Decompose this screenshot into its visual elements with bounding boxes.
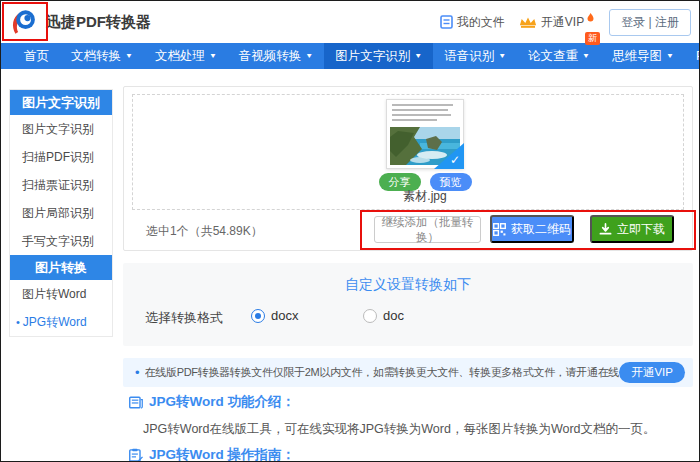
file-thumbnail[interactable]: ✓ xyxy=(386,99,464,169)
nav-item-home[interactable]: 首页 xyxy=(13,43,60,69)
selection-summary: 选中1个（共54.89K） xyxy=(146,223,263,240)
intro-section-heading: JPG转Word 功能介绍： xyxy=(129,393,295,411)
crown-icon xyxy=(519,16,537,29)
nav-item-speech[interactable]: 语音识别▼ xyxy=(433,43,517,69)
chevron-down-icon: ▼ xyxy=(582,53,590,60)
settings-title: 自定义设置转换如下 xyxy=(123,276,693,294)
chevron-down-icon: ▼ xyxy=(498,53,506,60)
bullet-icon: • xyxy=(135,365,140,380)
sidebar-section-convert-title: 图片转换 xyxy=(10,255,112,280)
guide-clipboard-icon xyxy=(129,448,143,462)
sidebar-item-jpg-to-word[interactable]: •JPG转Word xyxy=(10,308,112,336)
nav-item-doc-convert[interactable]: 文档转换▼ xyxy=(60,43,144,69)
nav-item-av-convert[interactable]: 音视频转换▼ xyxy=(228,43,324,69)
chevron-down-icon: ▼ xyxy=(125,53,133,60)
radio-unchecked-icon xyxy=(363,309,377,323)
settings-panel: 自定义设置转换如下 选择转换格式 docx doc xyxy=(123,263,693,346)
new-badge: 新 xyxy=(585,32,600,45)
flame-icon xyxy=(587,13,594,22)
nav-item-paper-check[interactable]: 论文查重 ▼ 新 xyxy=(517,43,601,69)
my-files-label: 我的文件 xyxy=(457,14,505,31)
header-actions: 我的文件 开通VIP 登录 | 注册 xyxy=(440,1,691,43)
download-button[interactable]: 立即下载 xyxy=(590,215,674,243)
open-vip-button[interactable]: 开通VIP xyxy=(619,362,685,383)
chevron-down-icon: ▼ xyxy=(209,53,217,60)
vip-notice-bar: • 在线版PDF转换器转换文件仅限于2M以内文件，如需转换更大文件、转换更多格式… xyxy=(123,358,693,387)
radio-checked-icon xyxy=(251,309,265,323)
sidebar-item-partial-ocr[interactable]: 图片局部识别 xyxy=(10,199,112,227)
nav-item-doc-process[interactable]: 文档处理▼ xyxy=(144,43,228,69)
file-name: 素材.jpg xyxy=(364,188,486,205)
format-option-doc[interactable]: doc xyxy=(363,308,404,323)
app-window: 迅捷PDF转换器 我的文件 开通VIP 登录 | xyxy=(0,0,700,462)
nav-item-mindmap[interactable]: 思维导图▼ xyxy=(601,43,685,69)
sidebar-item-scan-ticket-ocr[interactable]: 扫描票证识别 xyxy=(10,171,112,199)
format-option-docx[interactable]: docx xyxy=(251,308,298,323)
qr-code-icon xyxy=(493,223,506,236)
bullet-icon: • xyxy=(16,316,20,328)
intro-section-body: JPG转Word在线版工具，可在线实现将JPG转换为Word，每张图片转换为Wo… xyxy=(143,421,656,438)
vip-notice-text: 在线版PDF转换器转换文件仅限于2M以内文件，如需转换更大文件、转换更多格式文件… xyxy=(145,365,620,380)
nav-item-ppt-template[interactable]: PPT模板 xyxy=(685,43,700,69)
document-icon xyxy=(440,15,453,29)
main-nav: 首页 文档转换▼ 文档处理▼ 音视频转换▼ 图片文字识别▼ 语音识别▼ 论文查重… xyxy=(1,43,699,69)
chevron-down-icon: ▼ xyxy=(305,53,313,60)
open-vip-label: 开通VIP xyxy=(541,14,584,31)
guide-section-heading: JPG转Word 操作指南： xyxy=(129,446,295,462)
sidebar-item-handwriting-ocr[interactable]: 手写文字识别 xyxy=(10,227,112,255)
download-icon xyxy=(599,223,612,236)
chevron-down-icon: ▼ xyxy=(414,53,422,60)
sidebar-item-image-ocr[interactable]: 图片文字识别 xyxy=(10,115,112,143)
get-qr-button[interactable]: 获取二维码 xyxy=(490,215,574,243)
format-label: 选择转换格式 xyxy=(145,309,223,327)
app-logo-icon xyxy=(10,8,38,36)
sidebar-section-ocr-title: 图片文字识别 xyxy=(10,90,112,115)
sidebar-item-scan-pdf-ocr[interactable]: 扫描PDF识别 xyxy=(10,143,112,171)
check-icon: ✓ xyxy=(450,153,460,167)
app-title: 迅捷PDF转换器 xyxy=(46,13,151,32)
sidebar-item-image-to-word[interactable]: 图片转Word xyxy=(10,280,112,308)
open-vip-link[interactable]: 开通VIP xyxy=(519,14,595,31)
newspaper-icon xyxy=(129,396,143,409)
add-more-button[interactable]: 继续添加（批量转换） xyxy=(374,216,481,243)
sidebar: 图片文字识别 图片文字识别 扫描PDF识别 扫描票证识别 图片局部识别 手写文字… xyxy=(9,89,113,337)
document-preview-lines xyxy=(387,100,463,121)
my-files-link[interactable]: 我的文件 xyxy=(440,14,505,31)
chevron-down-icon: ▼ xyxy=(666,53,674,60)
login-register-button[interactable]: 登录 | 注册 xyxy=(609,9,691,36)
nav-item-image-ocr[interactable]: 图片文字识别▼ xyxy=(324,43,433,69)
